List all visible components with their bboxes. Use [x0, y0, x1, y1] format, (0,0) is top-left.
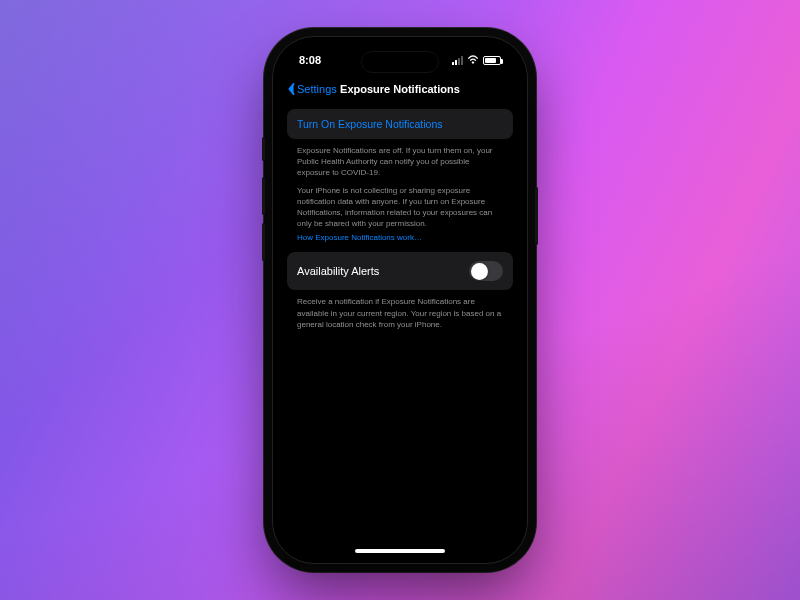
volume-down-button — [262, 223, 265, 261]
description-paragraph-1: Exposure Notifications are off. If you t… — [287, 139, 513, 179]
back-button[interactable]: Settings — [287, 83, 337, 95]
availability-alerts-toggle[interactable] — [469, 261, 503, 281]
dynamic-island — [361, 51, 439, 73]
power-button — [535, 187, 538, 245]
battery-icon — [483, 56, 501, 65]
phone-frame: 8:08 Settings Exposure Notifications — [272, 36, 528, 564]
availability-alerts-row: Availability Alerts — [287, 252, 513, 290]
back-label: Settings — [297, 83, 337, 95]
description-paragraph-2: Your iPhone is not collecting or sharing… — [287, 179, 513, 230]
how-it-works-link[interactable]: How Exposure Notifications work… — [287, 229, 513, 252]
wifi-icon — [467, 55, 479, 65]
status-time: 8:08 — [299, 54, 321, 66]
home-indicator[interactable] — [355, 549, 445, 553]
availability-alerts-label: Availability Alerts — [297, 265, 379, 277]
availability-footer: Receive a notification if Exposure Notif… — [287, 290, 513, 330]
turn-on-exposure-button[interactable]: Turn On Exposure Notifications — [287, 109, 513, 139]
page-title: Exposure Notifications — [340, 83, 460, 95]
screen: 8:08 Settings Exposure Notifications — [277, 41, 523, 559]
volume-up-button — [262, 177, 265, 215]
cellular-signal-icon — [452, 56, 463, 65]
chevron-left-icon — [287, 83, 295, 95]
content: Turn On Exposure Notifications Exposure … — [277, 103, 523, 336]
silent-switch — [262, 137, 265, 161]
nav-bar: Settings Exposure Notifications — [277, 79, 523, 103]
turn-on-label: Turn On Exposure Notifications — [297, 118, 443, 130]
